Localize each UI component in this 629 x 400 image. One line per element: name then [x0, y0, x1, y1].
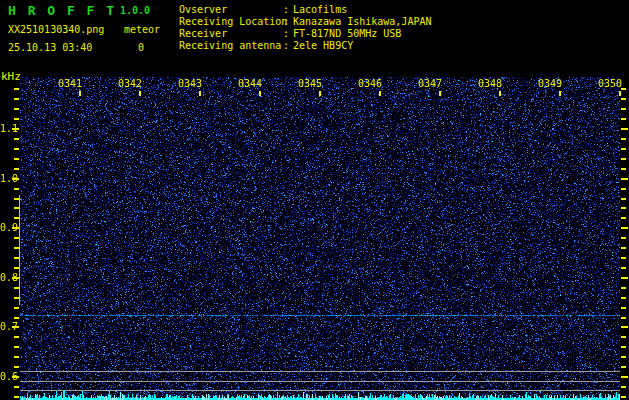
app-title: H R O F F T: [8, 3, 116, 18]
y-axis-tick-right: [621, 198, 626, 200]
y-axis-tick-right: [621, 158, 626, 160]
info-separator: :: [283, 16, 293, 28]
y-axis-tick-right: [621, 178, 628, 180]
y-axis-tick-right: [621, 188, 626, 190]
y-axis-tick-right: [621, 128, 628, 130]
y-axis-label: 1.0: [0, 173, 14, 184]
y-axis-tick: [14, 88, 19, 90]
y-axis-tick: [14, 396, 19, 398]
y-axis-tick-right: [621, 307, 626, 309]
y-axis-tick: [14, 317, 19, 319]
info-separator: :: [283, 4, 293, 16]
y-axis-tick-right: [621, 118, 626, 120]
y-axis-tick: [14, 188, 19, 190]
y-axis-tick: [14, 138, 19, 140]
y-axis-tick-right: [621, 386, 626, 388]
y-axis-tick-right: [621, 287, 626, 289]
info-row-observer: Ovserver : Lacofilms: [179, 4, 431, 16]
y-axis-tick-right: [621, 148, 626, 150]
y-axis-tick-right: [621, 138, 626, 140]
spectrogram-plot: [20, 77, 620, 400]
y-axis-label: 0.8: [0, 272, 14, 283]
y-axis-tick-right: [621, 267, 626, 269]
y-axis-tick-right: [621, 336, 626, 338]
y-axis-label: 0.6: [0, 371, 14, 382]
y-axis-tick: [14, 386, 19, 388]
y-axis-tick: [14, 307, 19, 309]
y-axis-tick: [14, 148, 19, 150]
y-axis-tick-right: [621, 207, 626, 209]
y-axis-unit-label: kHz: [1, 70, 21, 83]
y-axis-tick-right: [621, 317, 626, 319]
left-edge-marker: [19, 195, 20, 305]
y-axis-tick-right: [621, 297, 626, 299]
y-axis-label: 0.9: [0, 222, 14, 233]
station-info: Ovserver : Lacofilms Receiving Location …: [179, 4, 431, 52]
y-axis-tick: [12, 227, 19, 229]
y-axis-label: 0.7: [0, 321, 14, 332]
output-filename: XX2510130340.png: [8, 24, 104, 35]
info-row-location: Receiving Location : Kanazawa Ishikawa,J…: [179, 16, 431, 28]
info-separator: :: [283, 28, 293, 40]
y-axis-tick-right: [621, 356, 626, 358]
y-axis-tick: [14, 366, 19, 368]
y-axis-tick: [14, 356, 19, 358]
info-label: Receiver: [179, 28, 283, 40]
info-value: FT-817ND 50MHz USB: [293, 28, 401, 40]
y-axis-tick: [14, 346, 19, 348]
y-axis-tick: [12, 128, 19, 130]
info-value: Kanazawa Ishikawa,JAPAN: [293, 16, 431, 28]
y-axis-tick: [14, 98, 19, 100]
y-axis-tick: [14, 108, 19, 110]
y-axis-tick: [14, 168, 19, 170]
info-label: Receiving antenna: [179, 40, 283, 52]
y-axis-label: 1.1: [0, 123, 14, 134]
info-label: Ovserver: [179, 4, 283, 16]
y-axis-tick: [12, 326, 19, 328]
y-axis-tick: [14, 158, 19, 160]
spectrogram-canvas: [20, 77, 620, 400]
y-axis-tick-right: [621, 217, 626, 219]
y-axis-tick-right: [621, 237, 626, 239]
y-axis-tick: [14, 336, 19, 338]
info-value: Lacofilms: [293, 4, 347, 16]
y-axis-tick-right: [621, 277, 628, 279]
y-axis-tick: [12, 376, 19, 378]
y-axis-tick-right: [621, 396, 626, 398]
app-version: 1.0.0: [120, 5, 150, 16]
info-row-receiver: Receiver : FT-817ND 50MHz USB: [179, 28, 431, 40]
meteor-count: 0: [138, 42, 144, 53]
info-value: 2ele HB9CY: [293, 40, 353, 52]
y-axis-tick: [12, 277, 19, 279]
y-axis-tick-right: [621, 326, 628, 328]
y-axis-tick-right: [621, 366, 626, 368]
y-axis-tick-right: [621, 98, 626, 100]
datetime-label: 25.10.13 03:40: [8, 42, 92, 53]
y-axis-tick-right: [621, 346, 626, 348]
y-axis-tick-right: [621, 376, 628, 378]
y-axis-tick-right: [621, 88, 626, 90]
hrofft-screenshot: H R O F F T 1.0.0 XX2510130340.png meteo…: [0, 0, 629, 400]
y-axis-tick: [12, 178, 19, 180]
mode-label: meteor: [124, 24, 160, 35]
info-row-antenna: Receiving antenna : 2ele HB9CY: [179, 40, 431, 52]
info-label: Receiving Location: [179, 16, 283, 28]
info-separator: :: [283, 40, 293, 52]
y-axis-tick-right: [621, 257, 626, 259]
y-axis-tick-right: [621, 108, 626, 110]
y-axis-tick-right: [621, 168, 626, 170]
y-axis-tick: [14, 118, 19, 120]
y-axis-tick-right: [621, 247, 626, 249]
y-axis-tick-right: [621, 227, 628, 229]
